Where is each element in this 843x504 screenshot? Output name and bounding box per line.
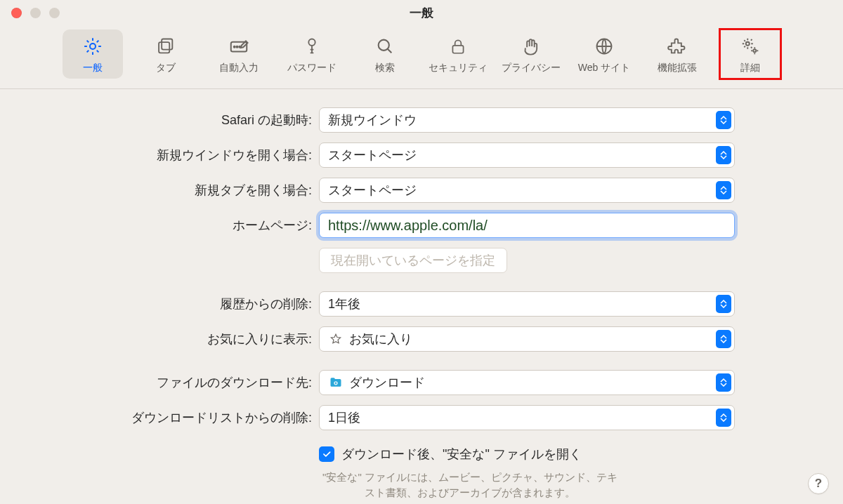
select-value: スタートページ <box>328 182 417 199</box>
hand-icon <box>520 35 542 58</box>
checkbox-open-safe[interactable]: ダウンロード後、"安全な" ファイルを開く <box>319 446 735 463</box>
tab-label: 一般 <box>83 62 103 74</box>
tab-label: 自動入力 <box>219 62 259 74</box>
tab-search[interactable]: 検索 <box>355 29 415 79</box>
updown-icon <box>716 146 731 164</box>
gears-icon <box>739 35 762 58</box>
window-title: 一般 <box>410 5 433 21</box>
updown-icon <box>716 295 731 313</box>
gear-icon <box>81 35 104 58</box>
label-download-remove: ダウンロードリストからの削除: <box>56 409 319 426</box>
tab-label: プライバシー <box>502 62 561 74</box>
tab-advanced[interactable]: 詳細 <box>720 29 780 79</box>
select-favorites[interactable]: お気に入り <box>319 326 735 352</box>
svg-point-6 <box>239 46 240 48</box>
puzzle-icon <box>666 35 688 58</box>
tab-tabs[interactable]: タブ <box>136 29 196 79</box>
select-value: 1日後 <box>328 409 360 426</box>
open-safe-hint: "安全な" ファイルには、ムービー、ピクチャ、サウンド、テキスト書類、およびアー… <box>319 470 621 500</box>
tab-passwords[interactable]: パスワード <box>282 29 342 79</box>
svg-point-12 <box>753 49 756 52</box>
label-launch: Safari の起動時: <box>56 112 319 128</box>
key-icon <box>301 35 323 58</box>
select-launch[interactable]: 新規ウインドウ <box>319 107 735 133</box>
star-icon <box>328 331 344 347</box>
select-new-tab[interactable]: スタートページ <box>319 178 735 203</box>
tab-autofill[interactable]: 自動入力 <box>209 29 269 79</box>
tab-extensions[interactable]: 機能拡張 <box>647 29 707 79</box>
tab-privacy[interactable]: プライバシー <box>501 29 561 79</box>
input-homepage[interactable] <box>328 218 706 234</box>
lock-icon <box>447 35 469 58</box>
select-download-dest[interactable]: ダウンロード <box>319 370 735 395</box>
titlebar: 一般 <box>0 0 843 25</box>
globe-icon <box>593 35 615 58</box>
set-homepage-button[interactable]: 現在開いているページを指定 <box>319 248 507 273</box>
svg-point-5 <box>237 46 238 48</box>
label-new-window: 新規ウインドウを開く場合: <box>56 147 319 164</box>
tab-label: 機能拡張 <box>658 62 697 74</box>
svg-point-4 <box>234 46 235 48</box>
svg-point-7 <box>308 39 315 46</box>
svg-rect-2 <box>159 42 169 53</box>
select-remove-history[interactable]: 1年後 <box>319 291 735 317</box>
tab-label: Web サイト <box>578 62 630 74</box>
svg-rect-1 <box>162 39 172 50</box>
updown-icon <box>716 330 731 348</box>
input-homepage-wrapper <box>319 213 735 238</box>
select-value: スタートページ <box>328 147 417 164</box>
select-value: 1年後 <box>328 296 360 312</box>
close-window-button[interactable] <box>11 8 22 18</box>
tab-security[interactable]: セキュリティ <box>428 29 488 79</box>
label-homepage: ホームページ: <box>56 217 319 234</box>
preferences-toolbar: 一般 タブ 自動入力 パスワ <box>0 25 843 89</box>
updown-icon <box>716 181 731 199</box>
label-download-dest: ファイルのダウンロード先: <box>56 374 319 391</box>
tab-label: 検索 <box>375 62 395 74</box>
tab-label: セキュリティ <box>429 62 488 74</box>
general-settings-form: Safari の起動時: 新規ウインドウ 新規ウインドウを開く場合: スタートペ… <box>0 89 843 500</box>
select-value: 新規ウインドウ <box>328 112 417 128</box>
window-controls <box>11 0 60 25</box>
select-value: お気に入り <box>349 331 412 347</box>
help-button[interactable]: ? <box>808 473 829 494</box>
label-favorites: お気に入りに表示: <box>56 331 319 347</box>
label-remove-history: 履歴からの削除: <box>56 296 319 312</box>
zoom-window-button[interactable] <box>49 8 60 18</box>
tab-general[interactable]: 一般 <box>63 29 123 79</box>
updown-icon <box>716 409 731 427</box>
help-label: ? <box>815 477 822 491</box>
tab-websites[interactable]: Web サイト <box>574 29 634 79</box>
updown-icon <box>716 373 731 392</box>
tab-label: タブ <box>156 62 176 74</box>
svg-point-0 <box>90 44 96 49</box>
select-download-remove[interactable]: 1日後 <box>319 405 735 430</box>
tab-label: 詳細 <box>740 62 760 74</box>
button-label: 現在開いているページを指定 <box>331 252 495 269</box>
select-value: ダウンロード <box>349 374 425 391</box>
tab-label: パスワード <box>287 62 336 74</box>
checkmark-icon <box>319 446 334 462</box>
minimize-window-button[interactable] <box>30 8 41 18</box>
svg-rect-9 <box>452 46 463 53</box>
label-new-tab: 新規タブを開く場合: <box>56 182 319 199</box>
pencil-box-icon <box>228 35 250 58</box>
search-icon <box>374 35 396 58</box>
svg-point-11 <box>746 42 750 46</box>
folder-icon <box>328 375 344 390</box>
checkbox-label: ダウンロード後、"安全な" ファイルを開く <box>341 446 582 463</box>
updown-icon <box>716 111 731 129</box>
copy-icon <box>155 35 177 58</box>
select-new-window[interactable]: スタートページ <box>319 142 735 168</box>
